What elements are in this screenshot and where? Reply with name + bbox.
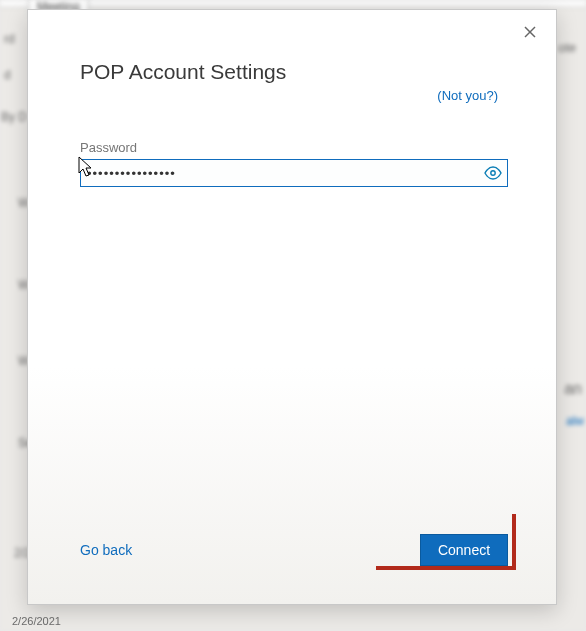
password-field-wrap (80, 159, 508, 187)
svg-point-2 (491, 171, 495, 175)
password-input[interactable] (80, 159, 508, 187)
eye-icon (484, 166, 502, 180)
bg-text-by-d: By D (1, 110, 27, 124)
connect-button[interactable]: Connect (420, 534, 508, 566)
password-label: Password (80, 140, 504, 155)
pop-account-settings-dialog: POP Account Settings (Not you?) Password… (27, 9, 557, 605)
bg-text-ote: ote (558, 40, 576, 55)
dialog-title: POP Account Settings (80, 60, 504, 84)
bg-text-alw: alw (566, 414, 584, 428)
bg-text-d: d (4, 68, 11, 82)
dialog-footer: Go back Connect (80, 534, 508, 566)
bg-text-an: an (564, 380, 582, 398)
dialog-content: POP Account Settings (Not you?) Password… (28, 10, 556, 604)
not-you-link[interactable]: (Not you?) (437, 88, 498, 103)
reveal-password-button[interactable] (482, 162, 504, 184)
bg-text-rd: rd (4, 32, 15, 46)
go-back-link[interactable]: Go back (80, 542, 132, 558)
bottom-date: 2/26/2021 (12, 615, 61, 627)
